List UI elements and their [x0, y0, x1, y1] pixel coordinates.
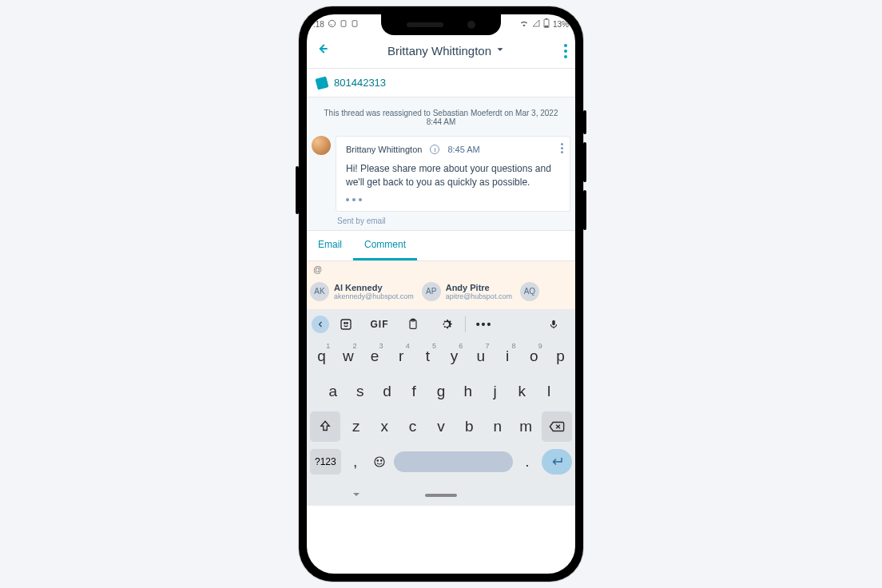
key-n[interactable]: n [485, 411, 510, 442]
phone-frame: :18 [299, 6, 583, 582]
ticket-icon [315, 76, 328, 89]
message-expand-button[interactable] [346, 198, 560, 201]
whatsapp-icon [328, 19, 336, 30]
key-r[interactable]: r4 [390, 341, 413, 371]
thread-area: This thread was reassigned to Sebastian … [307, 97, 575, 230]
key-z[interactable]: z [344, 411, 368, 442]
battery-pct: 13% [553, 20, 569, 29]
clipboard-icon[interactable] [396, 317, 430, 332]
more-tools-button[interactable]: ••• [467, 318, 501, 331]
emoji-key[interactable] [370, 447, 389, 477]
comma-key[interactable]: , [346, 447, 365, 477]
key-i[interactable]: i8 [495, 341, 518, 371]
svg-point-14 [380, 460, 382, 462]
mention-input[interactable]: @ [307, 261, 575, 277]
contact-name: Brittany Whittington [387, 44, 491, 58]
svg-point-8 [347, 323, 348, 324]
message-body: Hi! Please share more about your questio… [346, 162, 560, 190]
keyboard-toolbar: GIF ••• [307, 309, 575, 340]
key-e[interactable]: e3 [363, 341, 386, 371]
svg-rect-1 [341, 20, 346, 26]
key-h[interactable]: h [456, 376, 480, 407]
keyboard-collapse-button[interactable] [312, 316, 329, 333]
key-k[interactable]: k [510, 376, 534, 407]
key-d[interactable]: d [375, 376, 399, 407]
avatar[interactable] [312, 136, 331, 155]
phone-notch [381, 14, 501, 35]
tab-comment[interactable]: Comment [353, 231, 417, 260]
key-s[interactable]: s [348, 376, 372, 407]
header-contact-dropdown[interactable]: Brittany Whittington [329, 44, 564, 58]
message-sender: Brittany Whittington [346, 145, 422, 154]
backspace-key[interactable] [542, 411, 572, 442]
doc-icon-2 [351, 19, 359, 30]
contact-avatar: AQ [520, 282, 539, 301]
svg-rect-4 [546, 18, 547, 19]
screen: :18 [307, 14, 575, 574]
key-j[interactable]: j [483, 376, 507, 407]
android-nav-bar [307, 485, 575, 506]
ticket-number: 801442313 [334, 77, 386, 89]
gear-icon[interactable] [430, 317, 463, 332]
compose-tabs: Email Comment [307, 230, 575, 261]
chevron-down-icon [495, 44, 506, 58]
wifi-icon [519, 19, 529, 29]
mention-text: @ [313, 264, 322, 274]
contact-avatar: AP [422, 282, 441, 301]
shift-key[interactable] [310, 411, 340, 442]
key-m[interactable]: m [514, 411, 538, 442]
info-icon[interactable]: i [430, 145, 439, 154]
key-u[interactable]: u7 [469, 341, 492, 371]
battery-icon [543, 18, 550, 30]
key-p[interactable]: p [549, 341, 572, 371]
gif-button[interactable]: GIF [363, 319, 396, 330]
key-g[interactable]: g [429, 376, 453, 407]
svg-point-7 [344, 323, 346, 324]
svg-point-0 [328, 20, 335, 26]
contact-name: Al Kennedy [334, 283, 414, 292]
spacebar-key[interactable] [394, 451, 513, 472]
keyboard: GIF ••• q1w2e3r4t5y6u7i8o9p asdfghjkl [307, 309, 575, 506]
contact-suggestion[interactable]: AQ [520, 282, 539, 301]
key-a[interactable]: a [321, 376, 345, 407]
num-toggle-key[interactable]: ?123 [310, 449, 341, 475]
contact-email: akennedy@hubspot.com [334, 292, 414, 300]
home-pill[interactable] [425, 494, 457, 497]
key-o[interactable]: o9 [522, 341, 546, 371]
period-key[interactable]: . [518, 447, 537, 477]
key-l[interactable]: l [537, 376, 561, 407]
mic-icon[interactable] [537, 317, 570, 332]
sticker-icon[interactable] [329, 317, 363, 332]
contact-email: apitre@hubspot.com [446, 292, 512, 300]
sent-by-label: Sent by email [337, 217, 570, 225]
contact-name: Andy Pitre [446, 283, 512, 292]
key-x[interactable]: x [371, 411, 396, 442]
tab-email[interactable]: Email [307, 231, 353, 260]
svg-rect-2 [352, 20, 357, 26]
message-row: Brittany Whittington i 8:45 AM Hi! Pleas… [312, 136, 570, 212]
message-more-button[interactable] [561, 143, 563, 153]
key-b[interactable]: b [457, 411, 482, 442]
svg-point-13 [377, 460, 379, 462]
svg-rect-6 [341, 320, 351, 329]
back-icon[interactable] [315, 42, 329, 60]
app-header: Brittany Whittington [307, 34, 575, 69]
message-card[interactable]: Brittany Whittington i 8:45 AM Hi! Pleas… [336, 136, 570, 212]
key-f[interactable]: f [402, 376, 426, 407]
status-time: :18 [313, 20, 324, 29]
key-q[interactable]: q1 [310, 341, 333, 371]
contact-suggestion[interactable]: AP Andy Pitre apitre@hubspot.com [422, 282, 512, 301]
more-menu-button[interactable] [564, 44, 567, 58]
reassign-note: This thread was reassigned to Sebastian … [312, 104, 570, 131]
key-c[interactable]: c [400, 411, 425, 442]
enter-key[interactable] [542, 449, 572, 475]
key-v[interactable]: v [428, 411, 453, 442]
contact-suggestion[interactable]: AK Al Kennedy akennedy@hubspot.com [310, 282, 414, 301]
ticket-link[interactable]: 801442313 [307, 69, 575, 97]
key-t[interactable]: t5 [416, 341, 439, 371]
message-time: 8:45 AM [447, 145, 479, 154]
keyboard-hide-icon[interactable] [352, 490, 361, 501]
key-y[interactable]: y6 [443, 341, 466, 371]
doc-icon [340, 19, 348, 30]
key-w[interactable]: w2 [336, 341, 360, 371]
